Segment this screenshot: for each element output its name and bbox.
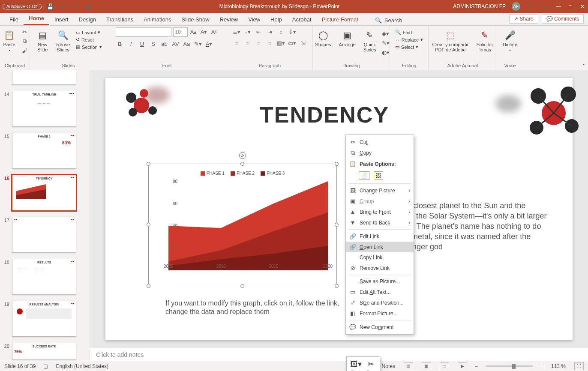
tab-animations[interactable]: Animations	[138, 14, 176, 25]
adobe-create-pdf-button[interactable]: ⬚Crear y compartir PDF de Adobe	[429, 27, 471, 54]
ribbon-options-icon[interactable]: ▭	[541, 2, 549, 11]
underline-icon[interactable]: U	[138, 39, 147, 48]
accessibility-icon[interactable]: ▢	[43, 363, 48, 369]
tab-transitions[interactable]: Transitions	[101, 14, 138, 25]
thumb-17[interactable]	[12, 217, 76, 253]
slideshow-view-icon[interactable]: ▶	[458, 362, 467, 370]
italic-icon[interactable]: I	[127, 39, 135, 48]
shape-effects-icon[interactable]: ◐▾	[381, 48, 390, 57]
tab-picture-format[interactable]: Picture Format	[317, 14, 363, 25]
account-name[interactable]: ADMINISTRACION FP	[453, 3, 506, 9]
zoom-slider[interactable]	[486, 365, 533, 367]
thumb-13[interactable]	[12, 70, 76, 85]
section-button[interactable]: ▦ Section ▾	[75, 44, 103, 50]
ctx-bring-front[interactable]: ▲Bring to Front	[346, 206, 414, 217]
resize-handle[interactable]	[335, 284, 339, 288]
shape-outline-icon[interactable]: ✎▾	[381, 39, 390, 47]
resize-handle[interactable]	[240, 162, 244, 166]
normal-view-icon[interactable]: ▤	[404, 362, 413, 370]
ctx-edit-link[interactable]: 🔗Edit Link	[346, 231, 414, 242]
coming-soon-icon[interactable]: ✎	[526, 2, 535, 11]
tab-file[interactable]: File	[4, 14, 24, 25]
undo-icon[interactable]: ↶	[59, 2, 67, 11]
paste-picture-icon[interactable]: 🖼	[374, 171, 383, 180]
start-from-beginning-icon[interactable]: ▣	[84, 2, 93, 11]
thumb-16[interactable]: TENDENCY	[12, 175, 76, 211]
align-center-icon[interactable]: ≡	[243, 39, 252, 47]
paste-button[interactable]: 📋Paste▾	[0, 27, 18, 55]
minimize-button[interactable]: —	[555, 3, 561, 9]
ctx-save-as-picture[interactable]: Save as Picture...	[346, 276, 414, 287]
align-left-icon[interactable]: ≡	[232, 39, 241, 47]
tell-me-search[interactable]: 🔍 Search	[372, 15, 405, 25]
clear-formatting-icon[interactable]: Aᵡ	[210, 27, 219, 36]
collapse-ribbon-icon[interactable]: ⌃	[582, 63, 585, 68]
resize-handle[interactable]	[147, 284, 150, 288]
zoom-in-icon[interactable]: +	[540, 363, 543, 369]
bullets-icon[interactable]: ≣▾	[232, 27, 241, 36]
reset-button[interactable]: ↺ Reset	[75, 36, 103, 43]
tab-design[interactable]: Design	[74, 14, 101, 25]
strike-icon[interactable]: S	[149, 39, 158, 48]
ctx-remove-link[interactable]: ⊘Remove Link	[346, 263, 414, 273]
qat-more-icon[interactable]: ▾	[97, 2, 106, 11]
comments-button[interactable]: 💬 Comments	[542, 14, 584, 24]
ctx-open-link[interactable]: 🔗Open Link	[346, 242, 414, 252]
layout-button[interactable]: ▭ Layout ▾	[75, 29, 103, 36]
find-button[interactable]: 🔍 Find	[394, 29, 424, 36]
justify-icon[interactable]: ≡	[266, 39, 274, 47]
shapes-button[interactable]: ◯Shapes	[312, 27, 333, 49]
numbering-icon[interactable]: ≡▾	[243, 27, 252, 36]
cut-icon[interactable]: ✂	[21, 27, 29, 36]
ctx-change-picture[interactable]: 🖼Change Picture	[346, 185, 414, 196]
autosave-toggle[interactable]: AutoSave Off	[3, 4, 42, 9]
bold-icon[interactable]: B	[116, 39, 124, 48]
decrease-font-icon[interactable]: A▾	[200, 27, 208, 36]
select-button[interactable]: ▭ Select ▾	[394, 44, 424, 50]
slide-thumbnails[interactable]: 13 14 TRIAL TIMELINE ○—○—○—○ 15 PHASE 1 …	[0, 70, 90, 361]
account-avatar[interactable]: AF	[512, 2, 520, 11]
text-direction-icon[interactable]: ↧▾	[288, 27, 297, 36]
mini-crop-button[interactable]: ✂Crop	[366, 359, 376, 371]
language-status[interactable]: English (United States)	[56, 363, 108, 369]
spacing-icon[interactable]: AV	[171, 39, 180, 48]
tab-slideshow[interactable]: Slide Show	[176, 14, 214, 25]
zoom-out-icon[interactable]: −	[475, 363, 478, 369]
dictate-button[interactable]: 🎤Dictate▾	[500, 27, 520, 55]
chart-image-selected[interactable]: ⟳ PHASE 1 PHASE 2 PHASE 3	[148, 164, 337, 286]
font-color-icon[interactable]: A▾	[205, 39, 213, 48]
shape-fill-icon[interactable]: ◆▾	[381, 29, 390, 38]
sorter-view-icon[interactable]: ▦	[422, 362, 431, 370]
indent-dec-icon[interactable]: ⇤	[255, 27, 263, 36]
tab-review[interactable]: Review	[215, 14, 243, 25]
thumb-20[interactable]: SUCCESS RATE75%	[12, 343, 76, 360]
slide-counter[interactable]: Slide 16 of 39	[4, 363, 36, 369]
copy-icon[interactable]: ⧉	[21, 37, 29, 45]
fit-to-window-icon[interactable]: ⛶	[574, 362, 584, 370]
close-button[interactable]: ✕	[579, 3, 585, 9]
resize-handle[interactable]	[147, 223, 150, 227]
rotate-handle-icon[interactable]: ⟳	[239, 152, 246, 159]
tab-insert[interactable]: Insert	[49, 14, 74, 25]
resize-handle[interactable]	[335, 162, 339, 166]
format-painter-icon[interactable]: 🖌	[21, 46, 29, 55]
ctx-edit-alt-text[interactable]: ▭Edit Alt Text...	[346, 287, 414, 297]
replace-button[interactable]: ↔ Replace ▾	[394, 36, 424, 43]
shadow-icon[interactable]: ab	[160, 39, 169, 48]
font-name-combo[interactable]	[116, 27, 171, 37]
ctx-new-comment[interactable]: 💬New Comment	[346, 322, 414, 332]
thumb-14[interactable]: TRIAL TIMELINE ○—○—○—○	[12, 91, 76, 127]
ctx-copy-link[interactable]: Copy Link	[346, 252, 414, 263]
align-text-icon[interactable]: ▭▾	[288, 39, 297, 47]
highlight-icon[interactable]: ✎▾	[194, 39, 202, 48]
ctx-size-position[interactable]: ⤢Size and Position...	[346, 297, 414, 308]
slide-canvas[interactable]: TENDENCY ⟳ PHASE 1 PHASE 2	[90, 70, 588, 348]
tab-help[interactable]: Help	[265, 14, 287, 25]
mini-style-button[interactable]: 🖼▾Style	[350, 359, 362, 371]
ctx-send-back[interactable]: ▼Send to Back	[346, 217, 414, 228]
resize-handle[interactable]	[240, 284, 244, 288]
adobe-request-sign-button[interactable]: ✎Solicitar firmas	[474, 27, 495, 54]
tab-view[interactable]: View	[243, 14, 265, 25]
align-right-icon[interactable]: ≡	[255, 39, 263, 47]
indent-inc-icon[interactable]: ⇥	[266, 27, 274, 36]
